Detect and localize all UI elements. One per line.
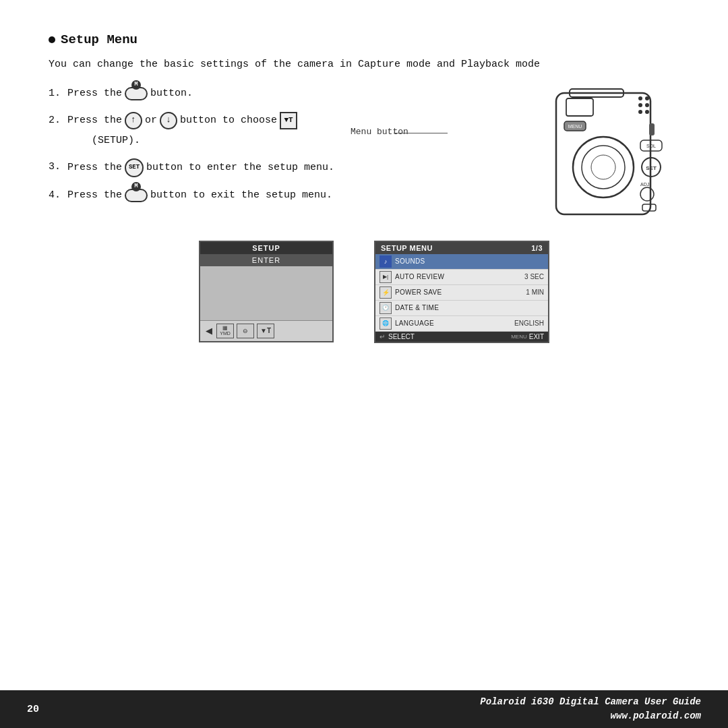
minus-icon: ⊖ xyxy=(237,324,254,338)
page-number: 20 xyxy=(27,704,39,715)
menu-row-language: 🌐 LANGUAGE ENGLISH xyxy=(375,316,548,332)
svg-point-3 xyxy=(645,96,649,100)
down-arrow-button: ↓ xyxy=(160,112,177,129)
auto-review-label: AUTO REVIEW xyxy=(395,273,521,280)
bottom-bar: 20 Polaroid i630 Digital Camera User Gui… xyxy=(0,690,728,728)
screen-left-header: SETUP xyxy=(200,242,332,254)
menu-row-auto-review: ▶| AUTO REVIEW 3 SEC xyxy=(375,270,548,285)
svg-text:SOL: SOL xyxy=(646,144,656,148)
footer-line1: Polaroid i630 Digital Camera User Guide xyxy=(480,695,701,709)
screen-right-title: SETUP MENU xyxy=(381,244,433,252)
language-value: ENGLISH xyxy=(514,320,544,327)
left-arrow-icon: ◀ xyxy=(206,326,212,336)
setup-icon: ▼T xyxy=(280,112,297,129)
date-time-label: DATE & TIME xyxy=(395,304,541,311)
ymd-icon: ▦ YMD xyxy=(216,324,234,338)
bullet-icon xyxy=(49,36,55,43)
svg-text:ADJ.: ADJ. xyxy=(640,182,650,187)
screen-left-enter: ENTER xyxy=(200,254,332,266)
footer-exit-label: EXIT xyxy=(529,333,544,340)
m-button-icon: M xyxy=(125,87,148,100)
screen-left-footer-icons: ▦ YMD ⊖ ▼T xyxy=(216,324,274,338)
language-label: LANGUAGE xyxy=(395,320,511,327)
intro-paragraph: You can change the basic settings of the… xyxy=(49,57,679,73)
menu-button-label: Menu button xyxy=(351,127,408,137)
svg-text:SET: SET xyxy=(646,165,657,171)
language-icon: 🌐 xyxy=(380,317,392,330)
screen-right: SETUP MENU 1/3 ♪ SOUNDS ▶| AUTO REVIEW 3… xyxy=(374,241,549,343)
screen-right-footer: ↵ SELECT MENU EXIT xyxy=(375,332,548,342)
sounds-icon: ♪ xyxy=(380,255,392,268)
date-time-icon: 🕐 xyxy=(380,302,392,314)
up-arrow-button: ↑ xyxy=(125,112,142,129)
power-save-label: POWER SAVE xyxy=(395,289,522,296)
section-title: Setup Menu xyxy=(49,32,679,47)
svg-point-10 xyxy=(591,155,615,179)
footer-select-label: SELECT xyxy=(388,333,415,340)
m-button-exit-icon: M xyxy=(125,189,148,202)
footer-line2: www.polaroid.com xyxy=(480,709,701,723)
menu-row-date-time: 🕐 DATE & TIME xyxy=(375,301,548,316)
svg-point-7 xyxy=(645,110,649,114)
auto-review-icon: ▶| xyxy=(380,271,392,283)
auto-review-value: 3 SEC xyxy=(524,273,544,280)
screen-left-footer: ◀ ▦ YMD ⊖ ▼T xyxy=(200,320,332,341)
svg-point-4 xyxy=(638,103,642,107)
power-save-icon: ⚡ xyxy=(380,286,392,299)
set-button-icon: SET xyxy=(125,158,144,177)
screen-left: SETUP ENTER ◀ ▦ YMD ⊖ ▼T xyxy=(199,241,334,342)
footer-text: Polaroid i630 Digital Camera User Guide … xyxy=(480,695,701,723)
svg-point-5 xyxy=(645,103,649,107)
sounds-label: SOUNDS xyxy=(395,257,541,265)
screen-left-body xyxy=(200,266,332,320)
svg-text:MENU: MENU xyxy=(568,124,582,129)
menu-row-sounds: ♪ SOUNDS xyxy=(375,254,548,270)
title-text: Setup Menu xyxy=(61,32,138,47)
power-save-value: 1 MIN xyxy=(526,289,544,296)
svg-point-2 xyxy=(638,96,642,100)
svg-rect-11 xyxy=(566,98,593,116)
callout-line xyxy=(394,133,448,133)
svg-point-17 xyxy=(640,187,654,201)
camera-illustration: SOL SET ADJ. MENU xyxy=(536,73,688,235)
camera-svg: SOL SET ADJ. MENU xyxy=(536,73,684,235)
setup-t-icon: ▼T xyxy=(257,324,274,338)
screen-right-header: SETUP MENU 1/3 xyxy=(375,242,548,254)
svg-point-6 xyxy=(638,110,642,114)
footer-menu-label: MENU xyxy=(511,334,527,340)
svg-point-9 xyxy=(582,146,625,189)
svg-rect-0 xyxy=(556,93,650,214)
svg-rect-19 xyxy=(649,123,655,135)
menu-row-power-save: ⚡ POWER SAVE 1 MIN xyxy=(375,285,548,301)
screen-right-page: 1/3 xyxy=(531,244,543,252)
screens-container: SETUP ENTER ◀ ▦ YMD ⊖ ▼T SETUP MENU 1/3 xyxy=(49,241,679,343)
